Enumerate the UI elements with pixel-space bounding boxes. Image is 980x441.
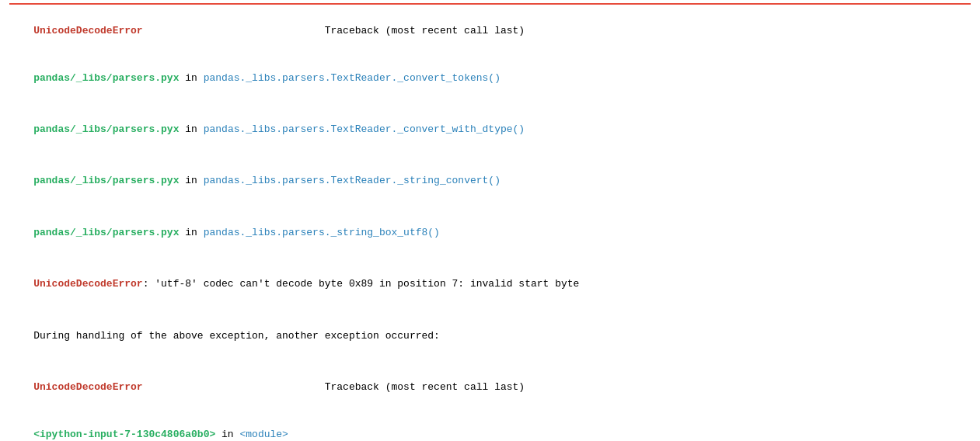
in-1: in (179, 72, 203, 84)
module-ref: <module> (239, 429, 288, 440)
file-parsers-1: pandas/_libs/parsers.pyx (33, 72, 179, 84)
error-type-2: UnicodeDecodeError (33, 278, 142, 290)
ipython-input-line: <ipython-input-7-130c4806a0b0> in <modul… (9, 411, 971, 441)
error-border (9, 3, 971, 5)
in-4: in (179, 227, 203, 238)
file-parsers-2: pandas/_libs/parsers.pyx (33, 123, 179, 135)
in-3: in (179, 175, 203, 186)
traceback-line-6: pandas/_libs/parsers.pyx in pandas._libs… (9, 158, 971, 204)
file-parsers-3: pandas/_libs/parsers.pyx (33, 175, 179, 186)
func-string-convert: pandas._libs.parsers.TextReader._string_… (204, 175, 500, 186)
during-handling-text: During handling of the above exception, … (33, 330, 440, 342)
error-message-line: UnicodeDecodeError: 'utf-8' codec can't … (9, 261, 971, 307)
func-string-box: pandas._libs.parsers._string_box_utf8() (204, 227, 440, 238)
traceback-line-4: pandas/_libs/parsers.pyx in pandas._libs… (9, 106, 971, 153)
traceback-line-8: pandas/_libs/parsers.pyx in pandas._libs… (9, 210, 971, 256)
error-type-1: UnicodeDecodeError (33, 25, 142, 36)
traceback-label-1: Traceback (most recent call last) (143, 25, 525, 36)
file-parsers-4: pandas/_libs/parsers.pyx (33, 227, 179, 238)
traceback-line-header-2: UnicodeDecodeError Traceback (most recen… (9, 364, 971, 411)
func-convert-dtype: pandas._libs.parsers.TextReader._convert… (204, 123, 525, 135)
in-2: in (179, 123, 203, 135)
func-convert-tokens: pandas._libs.parsers.TextReader._convert… (204, 72, 500, 84)
traceback-line-2: pandas/_libs/parsers.pyx in pandas._libs… (9, 54, 971, 101)
traceback-container: UnicodeDecodeError Traceback (most recen… (0, 0, 980, 441)
in-5: in (215, 429, 239, 440)
traceback-line-1: UnicodeDecodeError Traceback (most recen… (9, 8, 971, 54)
traceback-label-2: Traceback (most recent call last) (143, 381, 525, 393)
error-detail: : 'utf-8' codec can't decode byte 0x89 i… (143, 278, 580, 290)
ipython-file: <ipython-input-7-130c4806a0b0> (33, 429, 215, 440)
during-handling-line: During handling of the above exception, … (9, 313, 971, 359)
error-type-3: UnicodeDecodeError (33, 381, 142, 393)
